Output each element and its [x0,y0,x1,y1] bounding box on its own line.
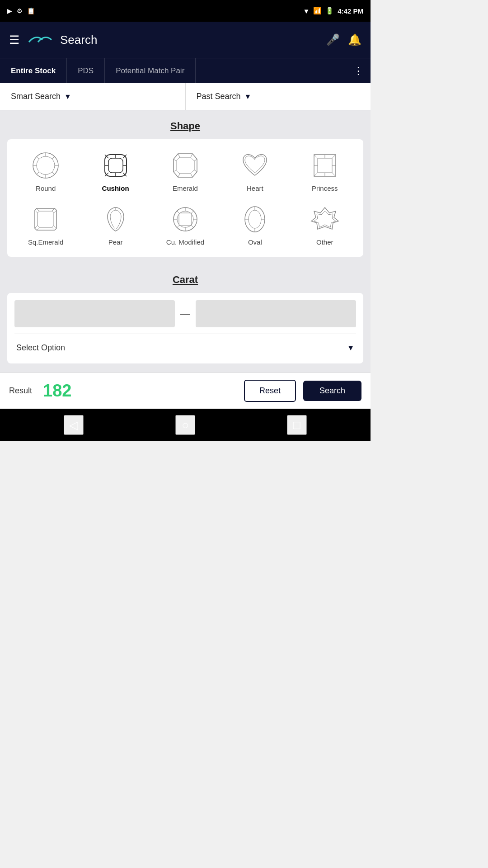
cu-modified-label: Cu. Modified [166,238,204,246]
pear-icon [100,204,131,235]
other-icon [310,204,340,235]
brand-logo: Search [27,33,326,47]
svg-line-33 [332,155,336,158]
round-icon [30,150,61,181]
home-button[interactable]: ○ [175,415,195,435]
menu-icon[interactable]: ☰ [9,33,19,47]
heart-label: Heart [247,184,263,192]
shape-pear[interactable]: Pear [86,200,145,250]
wifi-icon: ▼ [303,7,310,15]
carat-min-input[interactable] [14,300,175,327]
bell-icon[interactable]: 🔔 [348,33,361,46]
svg-line-7 [52,172,55,175]
svg-rect-31 [318,158,332,173]
more-options-icon[interactable]: ⋮ [353,65,371,77]
svg-line-46 [52,227,55,230]
svg-line-47 [37,227,39,230]
svg-marker-41 [38,211,54,227]
smart-search-arrow-icon: ▼ [64,93,71,101]
svg-marker-21 [176,157,194,174]
shape-emerald[interactable]: Emerald [156,146,215,196]
reset-button[interactable]: Reset [244,380,296,402]
svg-line-27 [178,174,180,177]
carat-max-input[interactable] [196,300,356,327]
cu-modified-icon [170,204,201,235]
main-content: Shape Round [0,110,371,373]
svg-line-58 [191,225,194,228]
carat-divider [14,334,356,334]
svg-rect-61 [179,213,192,226]
tab-pds[interactable]: PDS [67,58,105,83]
tab-potential-match-pair[interactable]: Potential Match Pair [105,58,196,83]
sq-emerald-icon [30,204,61,235]
shape-other[interactable]: Other [296,200,354,250]
shape-sq-emerald[interactable]: Sq.Emerald [16,200,75,250]
heart-icon [239,150,270,181]
nav-title: Search [60,33,97,47]
svg-rect-11 [108,158,123,173]
svg-line-23 [191,154,192,157]
top-nav: ☰ Search 🎤 🔔 [0,22,371,58]
svg-line-34 [314,173,318,176]
svg-line-42 [37,208,39,211]
shape-oval[interactable]: Oval [225,200,284,250]
shape-row-1: Round Cushion [11,146,360,196]
svg-point-63 [249,210,261,228]
select-option-arrow-icon: ▼ [347,344,354,352]
result-label: Result [9,386,32,396]
android-nav: ◁ ○ □ [0,409,371,441]
battery-icon: 🔋 [325,7,334,15]
svg-point-52 [177,211,193,227]
status-icons: ▶ ⚙ 📋 [7,7,35,14]
cushion-icon [100,150,131,181]
result-count: 182 [43,381,71,401]
svg-line-32 [314,155,318,158]
tabs-bar: Entire Stock PDS Potential Match Pair ⋮ [0,58,371,83]
past-search-dropdown[interactable]: Past Search ▼ [186,83,371,110]
back-button[interactable]: ◁ [64,415,84,435]
recents-button[interactable]: □ [287,415,307,435]
shape-cu-modified[interactable]: Cu. Modified [156,200,215,250]
svg-line-29 [174,159,176,161]
search-button[interactable]: Search [303,381,361,401]
svg-line-59 [191,211,194,213]
time-display: 4:42 PM [338,7,363,15]
svg-line-6 [37,156,39,159]
emerald-label: Emerald [173,184,198,192]
svg-line-8 [52,156,55,159]
emerald-icon [170,150,201,181]
carat-range-row: — [14,300,356,327]
round-label: Round [36,184,56,192]
youtube-icon: ▶ [7,7,12,14]
smart-search-dropdown[interactable]: Smart Search ▼ [0,83,186,110]
svg-line-9 [37,172,39,175]
oval-label: Oval [248,238,262,246]
shape-section-title: Shape [0,110,371,139]
svg-line-28 [174,170,176,172]
svg-marker-68 [311,208,338,229]
microphone-icon[interactable]: 🎤 [326,33,340,46]
svg-marker-40 [35,208,56,230]
shape-grid: Round Cushion [7,139,363,257]
svg-line-22 [178,154,180,157]
shape-heart[interactable]: Heart [225,146,284,196]
shape-cushion[interactable]: Cushion [86,146,145,196]
sq-emerald-label: Sq.Emerald [28,238,63,246]
carat-section-title: Carat [0,264,371,293]
shape-round[interactable]: Round [16,146,75,196]
select-option-label: Select Option [16,343,65,353]
shape-princess[interactable]: Princess [296,146,354,196]
clipboard-icon: 📋 [27,7,35,14]
tab-entire-stock[interactable]: Entire Stock [0,58,67,83]
other-label: Other [316,238,333,246]
brand-swoosh-icon [27,33,54,47]
status-bar: ▶ ⚙ 📋 ▼ 📶 🔋 4:42 PM [0,0,371,22]
signal-icon: 📶 [313,7,322,15]
usb-icon: ⚙ [17,7,23,14]
shape-row-2: Sq.Emerald Pear [11,200,360,250]
select-option-row[interactable]: Select Option ▼ [14,340,356,356]
carat-inputs-container: — Select Option ▼ [7,293,363,363]
carat-section: Carat — Select Option ▼ [0,264,371,363]
princess-icon [310,150,340,181]
svg-line-35 [332,173,336,176]
